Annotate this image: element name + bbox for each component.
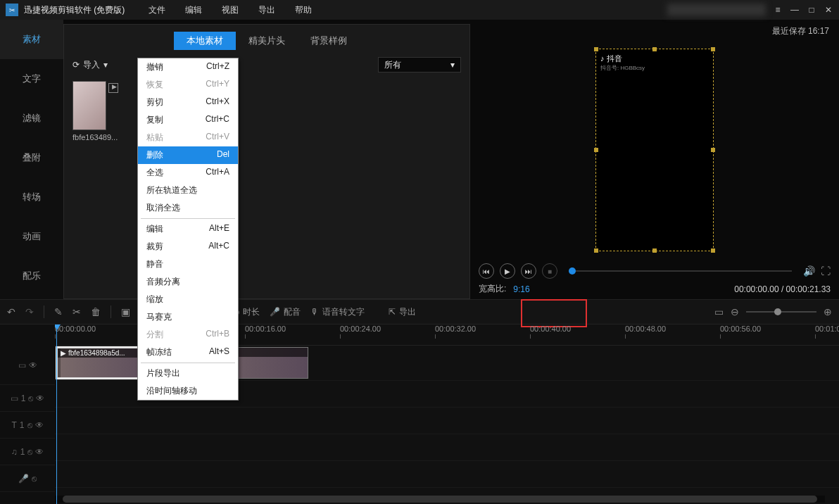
zoom-out-icon[interactable]: ⊖ <box>731 306 739 317</box>
ruler-tick: 00:00:24.00 <box>340 325 381 339</box>
timeline-area: ▭👁 ▭1⎋👁 T1⎋👁 ♫1⎋👁 🎤⎋ 00:00:00.0000:00:08… <box>0 325 839 504</box>
playhead[interactable] <box>56 325 57 504</box>
export-button[interactable]: ⇱导出 <box>389 306 416 318</box>
play-slider[interactable] <box>569 270 792 272</box>
close-icon[interactable]: ✕ <box>824 5 833 15</box>
minimize-icon[interactable]: — <box>790 5 800 15</box>
hamburger-icon[interactable]: ≡ <box>773 5 783 15</box>
crop-icon[interactable]: ▣ <box>121 306 130 317</box>
edit-icon[interactable]: ✎ <box>54 306 63 317</box>
cut-icon[interactable]: ✂ <box>72 306 81 317</box>
context-menu-item[interactable]: 剪切Ctrl+X <box>138 94 238 111</box>
context-menu-item[interactable]: 删除Del <box>138 146 238 164</box>
context-menu-item[interactable]: 复制Ctrl+C <box>138 111 238 129</box>
context-menu-item: 粘贴Ctrl+V <box>138 129 238 146</box>
speech-to-text-button[interactable]: 🎙语音转文字 <box>310 306 365 318</box>
last-save-time: 最近保存 16:17 <box>477 24 832 39</box>
menu-view[interactable]: 视图 <box>212 4 248 16</box>
resize-handle[interactable] <box>711 248 715 253</box>
menu-edit[interactable]: 编辑 <box>175 4 212 16</box>
menu-help[interactable]: 帮助 <box>285 4 322 16</box>
resize-handle[interactable] <box>594 248 598 253</box>
context-menu-item[interactable]: 帧冻结Alt+S <box>138 344 238 361</box>
timecode: 00:00:00.00 / 00:00:21.33 <box>734 284 831 294</box>
context-menu-item[interactable]: 所在轨道全选 <box>138 182 238 199</box>
asset-tab-intro[interactable]: 精美片头 <box>236 32 298 50</box>
track-row-mic[interactable] <box>55 461 839 488</box>
asset-thumbnail[interactable]: fbfe163489... <box>72 81 106 141</box>
voiceover-button[interactable]: 🎤配音 <box>270 306 301 318</box>
play-button[interactable]: ▶ <box>500 263 515 279</box>
track-head-video[interactable]: ▭👁 <box>0 346 55 385</box>
track-head-overlay[interactable]: ▭1⎋👁 <box>0 385 55 412</box>
asset-tab-local[interactable]: 本地素材 <box>174 32 236 50</box>
lock-icon[interactable]: ⎋ <box>27 420 32 430</box>
context-menu-item[interactable]: 撤销Ctrl+Z <box>138 58 238 76</box>
track-row-text[interactable] <box>55 408 839 434</box>
douyin-watermark-icon: ♪ 抖音 <box>600 53 709 64</box>
eye-icon[interactable]: 👁 <box>35 420 44 430</box>
import-button[interactable]: ⟳ 导入 ▾ <box>72 59 108 71</box>
eye-icon[interactable]: 👁 <box>29 360 37 370</box>
titlebar: ✂ 迅捷视频剪辑软件 (免费版) 文件 编辑 视图 导出 帮助 ≡ — □ ✕ <box>0 0 839 20</box>
side-tab-animation[interactable]: 动画 <box>0 217 63 256</box>
resize-handle[interactable] <box>594 148 598 152</box>
redo-icon[interactable]: ↷ <box>25 306 34 317</box>
resize-handle[interactable] <box>652 248 657 253</box>
side-tab-text[interactable]: 文字 <box>0 59 63 99</box>
asset-tab-background[interactable]: 背景样例 <box>298 32 360 50</box>
filter-dropdown[interactable]: 所有 ▾ <box>378 57 461 73</box>
context-menu-item[interactable]: 缩放 <box>138 291 238 308</box>
context-menu-item[interactable]: 裁剪Alt+C <box>138 238 238 256</box>
track-head-mic[interactable]: 🎤⎋ <box>0 465 55 492</box>
eye-icon[interactable]: 👁 <box>36 393 44 403</box>
thumbnail-label: fbfe163489... <box>72 133 129 141</box>
side-tab-transition[interactable]: 转场 <box>0 177 63 217</box>
context-menu-item[interactable]: 全选Ctrl+A <box>138 164 238 182</box>
context-menu-item[interactable]: 沿时间轴移动 <box>138 382 238 400</box>
zoom-in-icon[interactable]: ⊕ <box>824 306 832 317</box>
next-frame-button[interactable]: ⏭ <box>521 263 536 279</box>
import-label: 导入 <box>83 59 100 71</box>
side-tab-overlay[interactable]: 叠附 <box>0 138 63 177</box>
side-tab-music[interactable]: 配乐 <box>0 256 63 296</box>
eye-icon[interactable]: 👁 <box>35 447 44 457</box>
lock-icon[interactable]: ⎋ <box>27 447 32 457</box>
app-logo-icon: ✂ <box>6 4 18 16</box>
prev-frame-button[interactable]: ⏮ <box>479 263 494 279</box>
asset-panel: 本地素材 精美片头 背景样例 ⟳ 导入 ▾ 所有 ▾ fbfe163489... <box>63 24 470 299</box>
resize-handle[interactable] <box>711 47 715 51</box>
undo-icon[interactable]: ↶ <box>7 306 15 317</box>
lock-icon[interactable]: ⎋ <box>32 474 37 484</box>
play-controls: ⏮ ▶ ⏭ ■ 🔊 ⛶ <box>477 260 832 282</box>
track-head-text[interactable]: T1⎋👁 <box>0 412 55 439</box>
context-menu-item[interactable]: 片段导出 <box>138 365 238 382</box>
horizontal-scrollbar[interactable] <box>55 496 825 503</box>
context-menu-item[interactable]: 静音 <box>138 256 238 273</box>
menu-export[interactable]: 导出 <box>248 4 285 16</box>
lock-icon[interactable]: ⎋ <box>28 393 33 403</box>
resize-handle[interactable] <box>711 148 715 152</box>
volume-icon[interactable]: 🔊 <box>803 265 815 277</box>
maximize-icon[interactable]: □ <box>807 5 816 15</box>
track-head-audio[interactable]: ♫1⎋👁 <box>0 439 55 465</box>
context-menu-item[interactable]: 取消全选 <box>138 199 238 217</box>
context-menu-item[interactable]: 编辑Alt+E <box>138 220 238 238</box>
side-tab-filter[interactable]: 滤镜 <box>0 99 63 138</box>
track-row-audio[interactable] <box>55 434 839 461</box>
preview-frame[interactable]: ♪ 抖音 抖音号: HGBBcsy <box>595 49 714 251</box>
context-menu-item[interactable]: 音频分离 <box>138 273 238 291</box>
aspect-ratio-value[interactable]: 9:16 <box>513 284 529 294</box>
delete-icon[interactable]: 🗑 <box>91 306 101 317</box>
fullscreen-icon[interactable]: ⛶ <box>821 265 831 277</box>
context-menu-item[interactable]: 马赛克 <box>138 308 238 326</box>
resize-handle[interactable] <box>652 47 657 51</box>
side-tab-material[interactable]: 素材 <box>0 20 63 59</box>
zoom-slider[interactable] <box>746 311 816 313</box>
menu-file[interactable]: 文件 <box>139 4 175 16</box>
app-title: 迅捷视频剪辑软件 (免费版) <box>24 4 125 16</box>
stop-button[interactable]: ■ <box>542 263 557 279</box>
track-heads: ▭👁 ▭1⎋👁 T1⎋👁 ♫1⎋👁 🎤⎋ <box>0 325 55 504</box>
resize-handle[interactable] <box>594 47 598 51</box>
fit-icon[interactable]: ▭ <box>714 306 724 317</box>
